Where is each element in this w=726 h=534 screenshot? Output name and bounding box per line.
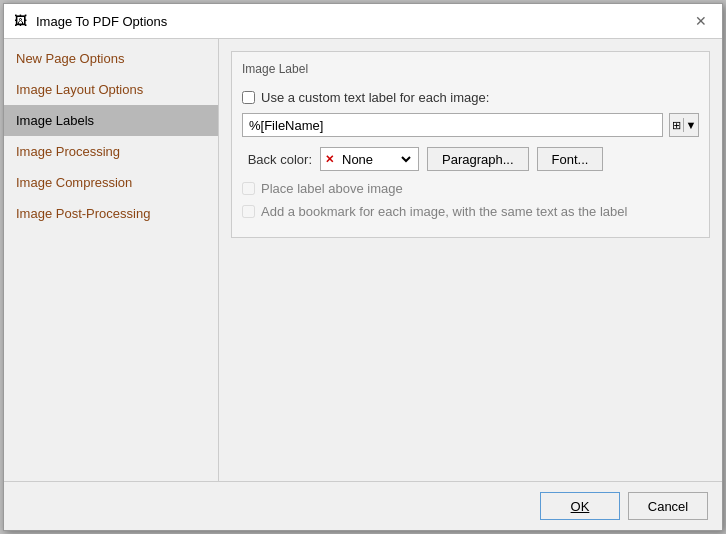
sidebar: New Page Options Image Layout Options Im…	[4, 39, 219, 481]
title-bar-left: 🖼 Image To PDF Options	[14, 13, 167, 29]
sidebar-item-new-page-options[interactable]: New Page Options	[4, 43, 218, 74]
label-input-row: ⊞ ▼	[242, 113, 699, 137]
place-label-checkbox[interactable]	[242, 182, 255, 195]
bookmark-row: Add a bookmark for each image, with the …	[242, 204, 699, 219]
custom-label-text: Use a custom text label for each image:	[261, 90, 489, 105]
sidebar-item-image-compression[interactable]: Image Compression	[4, 167, 218, 198]
dialog-window: 🖼 Image To PDF Options ✕ New Page Option…	[3, 3, 723, 531]
sidebar-item-image-layout-options[interactable]: Image Layout Options	[4, 74, 218, 105]
grid-icon: ⊞	[672, 119, 681, 132]
panel-title: Image Label	[242, 62, 699, 80]
paragraph-button[interactable]: Paragraph...	[427, 147, 529, 171]
close-button[interactable]: ✕	[690, 10, 712, 32]
custom-label-checkbox[interactable]	[242, 91, 255, 104]
label-icon-button[interactable]: ⊞ ▼	[669, 113, 699, 137]
btn-divider	[683, 118, 684, 132]
sidebar-item-image-labels[interactable]: Image Labels	[4, 105, 218, 136]
window-title: Image To PDF Options	[36, 14, 167, 29]
color-x-icon: ✕	[325, 153, 334, 166]
font-button[interactable]: Font...	[537, 147, 604, 171]
dialog-footer: OK Cancel	[4, 481, 722, 530]
sidebar-item-image-processing[interactable]: Image Processing	[4, 136, 218, 167]
color-select[interactable]: None White Black Custom...	[338, 148, 414, 170]
place-label-row: Place label above image	[242, 181, 699, 196]
image-label-panel: Image Label Use a custom text label for …	[231, 51, 710, 238]
sidebar-item-image-post-processing[interactable]: Image Post-Processing	[4, 198, 218, 229]
cancel-button[interactable]: Cancel	[628, 492, 708, 520]
ok-button[interactable]: OK	[540, 492, 620, 520]
label-text-input[interactable]	[242, 113, 663, 137]
back-color-label: Back color:	[242, 152, 312, 167]
dialog-body: New Page Options Image Layout Options Im…	[4, 39, 722, 481]
place-label-text: Place label above image	[261, 181, 403, 196]
dropdown-arrow-icon: ▼	[686, 119, 697, 131]
bookmark-text: Add a bookmark for each image, with the …	[261, 204, 627, 219]
app-icon: 🖼	[14, 13, 30, 29]
bookmark-checkbox[interactable]	[242, 205, 255, 218]
back-color-row: Back color: ✕ None White Black Custom...…	[242, 147, 699, 171]
color-select-wrapper: ✕ None White Black Custom...	[320, 147, 419, 171]
custom-label-row: Use a custom text label for each image:	[242, 90, 699, 105]
title-bar: 🖼 Image To PDF Options ✕	[4, 4, 722, 39]
main-content: Image Label Use a custom text label for …	[219, 39, 722, 481]
